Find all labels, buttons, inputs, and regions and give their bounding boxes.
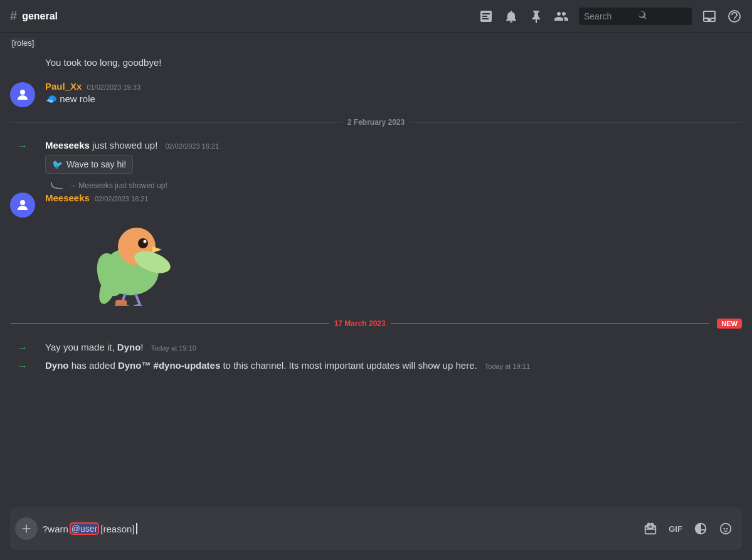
channel-name: general xyxy=(22,11,58,22)
separator-march-right xyxy=(391,323,710,324)
reply-text: → Meeseeks just showed up! xyxy=(69,181,167,190)
input-suffix: [reason] xyxy=(100,524,134,534)
input-bar: ?warn @user [reason] GIF xyxy=(10,507,742,550)
username-meeseeks[interactable]: Meeseeks xyxy=(45,193,90,203)
sys-timestamp-dyno-2: Today at 19:11 xyxy=(485,362,530,370)
arrow-icon-3: → xyxy=(10,359,35,372)
date-text-march: 17 March 2023 xyxy=(334,319,386,328)
members-icon[interactable] xyxy=(554,9,569,24)
reply-indicator: → Meeseeks just showed up! xyxy=(45,181,742,190)
notifications-icon[interactable] xyxy=(504,9,519,24)
system-text-dyno-1: Yay you made it, Dyno! Today at 19:10 xyxy=(45,341,196,354)
svg-point-5 xyxy=(144,240,147,243)
dyno-channel: Dyno™ #dyno-updates xyxy=(118,360,220,371)
username-paul[interactable]: Paul_Xx xyxy=(45,81,82,92)
wave-label: Wave to say hi! xyxy=(66,159,126,169)
dyno-name-2: Dyno xyxy=(45,360,69,371)
message-paul-text: 🧢 new role xyxy=(45,93,742,106)
message-paul: Paul_Xx 01/02/2023 19:33 🧢 new role xyxy=(0,76,752,108)
avatar-meeseeks xyxy=(10,193,35,218)
arrow-icon-2: → xyxy=(10,341,35,354)
dyno-name-1: Dyno xyxy=(117,342,141,352)
separator-line-left xyxy=(10,122,342,123)
system-dyno-1: → Yay you made it, Dyno! Today at 19:10 xyxy=(0,339,752,357)
svg-line-11 xyxy=(135,293,140,305)
search-placeholder: Search xyxy=(584,11,633,21)
sys-timestamp-dyno-1: Today at 19:10 xyxy=(151,344,196,352)
wave-button[interactable]: 🐦 Wave to say hi! xyxy=(45,155,133,174)
svg-point-1 xyxy=(20,200,25,205)
help-icon[interactable] xyxy=(727,9,742,24)
header-icons: Search xyxy=(479,8,742,25)
system-join-meeseeks: → Meeseeks just showed up! 02/02/2023 16… xyxy=(0,137,752,176)
svg-line-14 xyxy=(134,305,140,306)
gif-button[interactable]: GIF xyxy=(664,517,687,540)
input-prefix: ?warn xyxy=(43,524,68,534)
sys-username-1: Meeseeks xyxy=(45,140,90,151)
channel-header: # general Search xyxy=(0,0,752,33)
svg-marker-6 xyxy=(152,246,162,253)
wave-emoji: 🐦 xyxy=(52,159,63,169)
date-text-feb: 2 February 2023 xyxy=(347,118,405,127)
svg-rect-17 xyxy=(115,305,129,306)
input-at-user[interactable]: @user xyxy=(71,524,98,534)
hash-icon: # xyxy=(10,9,17,23)
bird-image xyxy=(80,206,181,306)
chat-area: [roles] You took too long, goodbye! Paul… xyxy=(0,33,752,507)
gift-button[interactable] xyxy=(639,517,662,540)
sticker-button[interactable] xyxy=(689,517,712,540)
date-separator-feb: 2 February 2023 xyxy=(0,108,752,137)
message-text: You took too long, goodbye! xyxy=(45,57,161,68)
top-message-fragment: [roles] xyxy=(0,33,752,53)
separator-line-right xyxy=(410,122,742,123)
separator-march-left xyxy=(10,323,329,324)
timestamp-paul: 01/02/2023 19:33 xyxy=(87,83,140,91)
inbox-icon[interactable] xyxy=(702,9,717,24)
new-badge: NEW xyxy=(717,319,742,329)
emoji-button[interactable] xyxy=(714,517,737,540)
add-attachment-button[interactable] xyxy=(15,517,38,540)
cursor xyxy=(136,523,137,534)
message-group-1: You took too long, goodbye! xyxy=(0,55,752,71)
system-text-dyno-2: Dyno has added Dyno™ #dyno-updates to th… xyxy=(45,359,530,372)
input-actions: GIF xyxy=(639,517,737,540)
threads-icon[interactable] xyxy=(479,9,494,24)
svg-point-0 xyxy=(20,90,25,95)
pin-icon[interactable] xyxy=(529,9,544,24)
arrow-icon-1: → xyxy=(10,139,35,152)
input-text-area: ?warn @user [reason] xyxy=(43,523,634,534)
system-dyno-2: → Dyno has added Dyno™ #dyno-updates to … xyxy=(0,357,752,375)
timestamp-meeseeks: 02/02/2023 16:21 xyxy=(95,195,149,203)
message-meeseeks: → Meeseeks just showed up! Meeseeks 02/0… xyxy=(0,176,752,309)
date-separator-march: 17 March 2023 NEW xyxy=(0,309,752,339)
avatar-paul xyxy=(10,82,35,107)
search-icon xyxy=(637,10,687,22)
sys-timestamp-1: 02/02/2023 16:21 xyxy=(165,142,219,150)
emoji-paul: 🧢 xyxy=(45,93,57,104)
svg-point-4 xyxy=(138,238,148,248)
search-bar[interactable]: Search xyxy=(579,8,692,25)
system-text-1: Meeseeks just showed up! 02/02/2023 16:2… xyxy=(45,139,219,152)
role-tag: [roles] xyxy=(10,38,36,48)
gif-label: GIF xyxy=(669,524,682,534)
svg-line-15 xyxy=(140,305,143,306)
